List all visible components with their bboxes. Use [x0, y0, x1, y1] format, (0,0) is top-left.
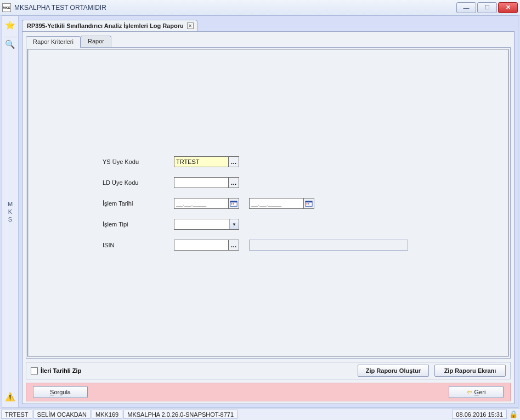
status-user-name: SELİM OCAKDAN: [33, 410, 91, 419]
status-datetime: 08.06.2016 15:31: [452, 410, 507, 419]
zip-action-row: İleri Tarihli Zip Zip Raporu Oluştur Zip…: [26, 362, 511, 379]
document-panel: Rapor Kriterleri Rapor YS Üye Kodu … LD …: [22, 31, 515, 404]
row-ld-uye-kodu: LD Üye Kodu …: [103, 172, 408, 193]
mks-vertical-label: M K S: [8, 200, 13, 223]
status-user-code: TRTEST: [1, 410, 32, 419]
sorgula-rest: orgula: [54, 389, 71, 395]
document-tab[interactable]: RP395-Yetkili Sınıflandırıcı Analiz İşle…: [22, 20, 197, 31]
svg-rect-2: [231, 203, 233, 205]
title-bar: MKS MKSALPHA TEST ORTAMIDIR — ☐ ✕: [0, 0, 520, 15]
label-islem-tipi: İşlem Tipi: [103, 221, 174, 228]
input-ld-uye-kodu[interactable]: [174, 177, 229, 188]
input-islem-tarihi-from[interactable]: [174, 198, 229, 209]
favorite-icon[interactable]: ⭐: [4, 19, 16, 31]
calendar-icon-from[interactable]: [228, 198, 239, 209]
lookup-ld-uye-kodu[interactable]: …: [228, 177, 239, 188]
geri-rest: eri: [479, 389, 485, 395]
svg-rect-5: [306, 201, 312, 203]
back-arrow-icon: ⇦: [467, 388, 472, 396]
calendar-icon-to[interactable]: [303, 198, 314, 209]
maximize-button[interactable]: ☐: [477, 2, 497, 13]
side-toolbar: ⭐ 🔍 M K S ⚠️: [2, 16, 19, 407]
status-terminal: MKK169: [92, 410, 122, 419]
document-tab-row: RP395-Yetkili Sınıflandırıcı Analiz İşle…: [22, 19, 515, 31]
label-ys-uye-kodu: YS Üye Kodu: [103, 158, 174, 165]
client-area: ⭐ 🔍 M K S ⚠️ RP395-Yetkili Sınıflandırıc…: [2, 15, 518, 408]
input-isin[interactable]: [174, 240, 229, 251]
lock-icon: 🔒: [509, 410, 518, 418]
button-geri[interactable]: ⇦ Geri: [449, 386, 504, 398]
query-action-row: Sorgula ⇦ Geri: [26, 383, 511, 401]
svg-rect-6: [307, 203, 308, 205]
subtab-row: Rapor Kriterleri Rapor: [26, 35, 511, 47]
label-ileri-tarihli-zip: İleri Tarihli Zip: [41, 367, 81, 374]
label-islem-tarihi: İşlem Tarihi: [103, 200, 174, 207]
svg-rect-1: [230, 201, 237, 203]
svg-rect-3: [233, 203, 234, 205]
combo-islem-tipi[interactable]: ▼: [174, 219, 239, 230]
close-button[interactable]: ✕: [498, 2, 518, 13]
button-zip-raporu-olustur[interactable]: Zip Raporu Oluştur: [358, 365, 429, 377]
document-tab-title: RP395-Yetkili Sınıflandırıcı Analiz İşle…: [27, 22, 184, 29]
chevron-down-icon[interactable]: ▼: [229, 219, 239, 229]
button-sorgula[interactable]: Sorgula: [33, 386, 88, 398]
tab-rapor-kriterleri[interactable]: Rapor Kriterleri: [26, 36, 81, 48]
checkbox-ileri-tarihli-zip[interactable]: [31, 367, 38, 374]
input-islem-tarihi-to[interactable]: [249, 198, 304, 209]
main-panel: RP395-Yetkili Sınıflandırıcı Analiz İşle…: [19, 16, 518, 407]
document-tab-close-icon[interactable]: ×: [187, 22, 194, 29]
lookup-isin[interactable]: …: [228, 240, 239, 251]
window-title: MKSALPHA TEST ORTAMIDIR: [14, 4, 106, 12]
search-icon[interactable]: 🔍: [4, 38, 16, 50]
isin-description: [249, 240, 408, 251]
label-isin: ISIN: [103, 242, 174, 248]
button-zip-raporu-ekrani[interactable]: Zip Raporu Ekranı: [434, 365, 506, 377]
geri-hotkey: G: [474, 389, 479, 395]
row-islem-tarihi: İşlem Tarihi: [103, 193, 408, 214]
svg-rect-7: [308, 203, 309, 205]
app-icon: MKS: [2, 3, 11, 12]
input-ys-uye-kodu[interactable]: [174, 156, 229, 167]
row-islem-tipi: İşlem Tipi ▼: [103, 214, 408, 235]
minimize-button[interactable]: —: [456, 2, 476, 13]
status-version: MKSALPHA 2.0.26.0-SNAPSHOT-8771: [123, 410, 238, 419]
row-isin: ISIN …: [103, 235, 408, 256]
label-ld-uye-kodu: LD Üye Kodu: [103, 179, 174, 186]
warning-icon[interactable]: ⚠️: [4, 391, 16, 403]
form-inner: YS Üye Kodu … LD Üye Kodu … İşlem Tarihi: [27, 49, 509, 357]
status-bar: TRTEST SELİM OCAKDAN MKK169 MKSALPHA 2.0…: [0, 408, 520, 420]
form-fields: YS Üye Kodu … LD Üye Kodu … İşlem Tarihi: [103, 151, 408, 256]
form-area: YS Üye Kodu … LD Üye Kodu … İşlem Tarihi: [26, 47, 511, 359]
row-ys-uye-kodu: YS Üye Kodu …: [103, 151, 408, 172]
tab-rapor[interactable]: Rapor: [81, 36, 111, 47]
lookup-ys-uye-kodu[interactable]: …: [228, 156, 239, 167]
divider: [4, 37, 17, 37]
sorgula-hotkey: S: [50, 389, 54, 395]
window-controls: — ☐ ✕: [455, 2, 518, 13]
